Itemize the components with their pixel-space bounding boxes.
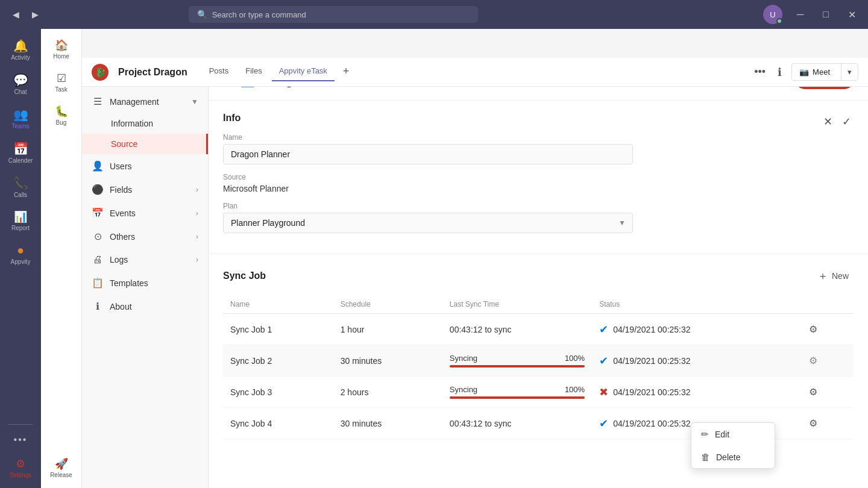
add-tab-button[interactable]: + (337, 63, 356, 81)
meet-dropdown-button[interactable]: ▾ (841, 64, 858, 80)
col-actions (799, 295, 854, 314)
second-nav-home[interactable]: 🏠 Home (43, 34, 80, 64)
job-name: Sync Job 3 (223, 377, 333, 408)
maximize-button[interactable]: □ (818, 7, 834, 22)
title-bar-right: U ─ □ ✕ (763, 5, 861, 24)
sidebar-item-activity[interactable]: 🔔 Activity (2, 34, 39, 66)
search-bar[interactable]: 🔍 Search or type a command (189, 6, 478, 23)
release-icon: 🚀 (55, 457, 68, 471)
job-schedule: 2 hours (333, 377, 442, 408)
second-nav-task-label: Task (55, 86, 68, 93)
sidebar-item-settings[interactable]: ⚙ Settings (2, 452, 39, 483)
templates-icon: 📋 (92, 277, 104, 289)
context-menu-edit[interactable]: ✏ Edit (691, 423, 775, 446)
close-info-button[interactable]: ✕ (821, 113, 835, 131)
avatar-wrapper[interactable]: U (763, 5, 782, 24)
templates-label: Templates (110, 278, 148, 288)
job-status: ✔ 04/19/2021 00:25:32 (592, 345, 799, 377)
confirm-info-button[interactable]: ✓ (840, 113, 854, 131)
nav-source[interactable]: Source (82, 134, 208, 154)
job-action: ⚙ (799, 377, 854, 408)
sidebar-item-teams[interactable]: 👥 Teams (2, 102, 39, 134)
sidebar-item-chat[interactable]: 💬 Chat (2, 68, 39, 100)
plan-select[interactable]: Planner Playground (223, 213, 633, 233)
nav-about[interactable]: ℹ About (82, 295, 208, 318)
sidebar-item-more[interactable]: ••• (2, 430, 39, 450)
fields-icon: ⚫ (92, 184, 104, 195)
others-label: Others (110, 232, 135, 242)
job-action-button[interactable]: ⚙ (807, 415, 820, 431)
more-options-button[interactable]: ••• (752, 63, 768, 81)
name-label: Name (223, 133, 854, 142)
delete-icon: 🗑 (701, 452, 710, 462)
nav-fields[interactable]: ⚫ Fields › (82, 178, 208, 201)
search-placeholder: Search or type a command (212, 10, 306, 19)
task-icon: ☑ (57, 72, 66, 85)
fields-label: Fields (110, 185, 132, 195)
tab-files[interactable]: Files (238, 63, 269, 81)
status-date: 04/19/2021 00:25:32 (613, 387, 690, 397)
sync-section: Sync Job ＋ New Name Schedule Last Sync T… (209, 254, 868, 451)
second-nav-release[interactable]: 🚀 Release (43, 452, 80, 483)
users-icon: 👤 (92, 160, 104, 172)
calendar-icon: 📅 (13, 142, 28, 156)
meet-button[interactable]: 📷 Meet ▾ (791, 63, 858, 81)
col-schedule: Schedule (333, 295, 442, 314)
content-panel: ‹ 👤 Dragon Planner Active Info ✕ ✓ (209, 58, 868, 488)
nav-events[interactable]: 📅 Events › (82, 201, 208, 225)
second-nav-task[interactable]: ☑ Task (43, 67, 80, 98)
job-schedule: 1 hour (333, 314, 442, 345)
job-action-button[interactable]: ⚙ (807, 384, 820, 400)
sidebar-item-appvity[interactable]: ● Appvity (2, 239, 39, 270)
more-icon: ••• (14, 434, 28, 445)
job-action-button[interactable]: ⚙ (807, 352, 820, 369)
nav-management-header[interactable]: ☰ Management ▼ (82, 90, 208, 113)
tab-appvity[interactable]: Appvity eTask (272, 63, 335, 81)
nav-users[interactable]: 👤 Users (82, 154, 208, 178)
info-button[interactable]: ℹ (775, 63, 784, 81)
appvity-icon: ● (17, 243, 24, 257)
prev-button[interactable]: ◀ (7, 6, 24, 23)
app-tabs: Posts Files Appvity eTask + (202, 63, 356, 81)
nav-others[interactable]: ⊙ Others › (82, 225, 208, 248)
sidebar-item-calendar[interactable]: 📅 Calender (2, 137, 39, 169)
sidebar-item-report-label: Report (11, 225, 30, 231)
sync-table-body: Sync Job 1 1 hour 00:43:12 to sync ✔ 04/… (223, 314, 854, 439)
tab-posts[interactable]: Posts (202, 63, 236, 81)
sidebar-item-chat-label: Chat (14, 89, 27, 95)
nav-templates[interactable]: 📋 Templates (82, 271, 208, 295)
settings-icon: ⚙ (16, 457, 25, 471)
new-label: New (832, 271, 849, 281)
context-menu: ✏ Edit 🗑 Delete (691, 422, 775, 469)
second-nav: 🏠 Home ☑ Task 🐛 Bug 🚀 Release (41, 29, 82, 488)
job-status: ✔ 04/19/2021 00:25:32 (592, 314, 799, 345)
next-button[interactable]: ▶ (27, 6, 43, 23)
second-nav-bug-label: Bug (56, 119, 67, 126)
name-input[interactable] (223, 144, 633, 164)
sidebar-item-report[interactable]: 📊 Report (2, 205, 39, 236)
plan-label: Plan (223, 202, 854, 210)
sidebar-item-calls[interactable]: 📞 Calls (2, 171, 39, 203)
context-menu-delete[interactable]: 🗑 Delete (691, 446, 775, 468)
close-button[interactable]: ✕ (843, 7, 861, 23)
new-sync-button[interactable]: ＋ New (813, 266, 854, 286)
table-row: Sync Job 3 2 hours Syncing 100% (223, 377, 854, 408)
meet-main-button[interactable]: 📷 Meet (792, 64, 837, 80)
nav-information[interactable]: Information (82, 113, 208, 134)
layout: 🔔 Activity 💬 Chat 👥 Teams 📅 Calender 📞 C… (0, 0, 868, 488)
status-error-icon: ✖ (599, 386, 608, 399)
minimize-button[interactable]: ─ (792, 7, 808, 22)
nav-logs[interactable]: 🖨 Logs › (82, 248, 208, 271)
about-icon: ℹ (92, 301, 104, 312)
second-nav-bug[interactable]: 🐛 Bug (43, 100, 80, 131)
events-icon: 📅 (92, 207, 104, 219)
col-status: Status (592, 295, 799, 314)
edit-label: Edit (715, 430, 729, 439)
source-value: Microsoft Planner (223, 184, 854, 193)
settings-sidebar: Settings ☰ Management ▼ Information Sour… (82, 58, 209, 488)
management-arrow: ▼ (191, 98, 198, 106)
job-action: ⚙ (799, 408, 854, 439)
job-last-sync: 00:43:12 to sync (442, 314, 592, 345)
job-status: ✖ 04/19/2021 00:25:32 (592, 377, 799, 408)
job-action-button[interactable]: ⚙ (807, 321, 820, 337)
